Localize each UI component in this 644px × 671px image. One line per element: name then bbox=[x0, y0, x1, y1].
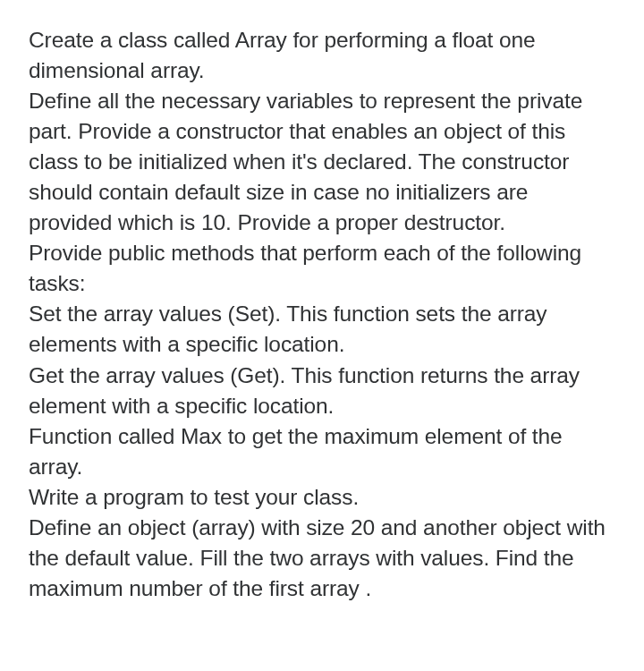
paragraph-5: Get the array values (Get). This functio… bbox=[29, 361, 615, 421]
paragraph-7: Write a program to test your class. bbox=[29, 482, 615, 513]
document-body: Create a class called Array for performi… bbox=[29, 25, 615, 604]
paragraph-1: Create a class called Array for performi… bbox=[29, 25, 615, 86]
paragraph-4: Set the array values (Set). This functio… bbox=[29, 299, 615, 360]
paragraph-2: Define all the necessary variables to re… bbox=[29, 86, 615, 238]
paragraph-3: Provide public methods that perform each… bbox=[29, 238, 615, 299]
paragraph-6: Function called Max to get the maximum e… bbox=[29, 421, 615, 482]
paragraph-8: Define an object (array) with size 20 an… bbox=[29, 513, 615, 604]
